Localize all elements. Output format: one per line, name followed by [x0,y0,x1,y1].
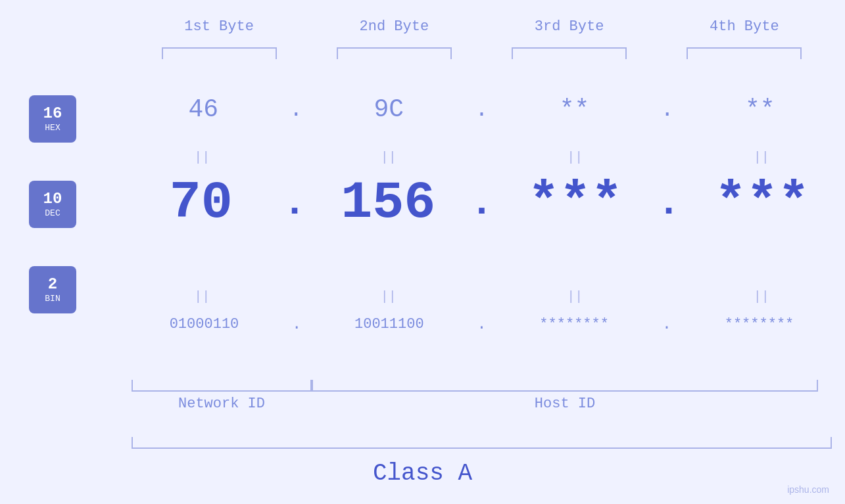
dec-badge: 10 DEC [29,181,76,228]
bin-badge-num: 2 [48,276,57,293]
eq2-b1: || [145,289,260,304]
eq2-b4: || [704,289,819,304]
byte1-header: 1st Byte [147,18,291,35]
main-container: 1st Byte 2nd Byte 3rd Byte 4th Byte 16 H… [0,0,845,504]
watermark: ipshu.com [787,484,829,495]
hex-b4: ** [702,95,817,124]
dec-row: 70 . 156 . *** . *** [132,173,832,233]
bin-b3: ******** [517,316,632,332]
network-bracket-line [132,380,312,392]
dec-dot-1: . [283,181,306,225]
top-bracket-row [132,47,832,59]
hex-b1: 46 [146,95,261,124]
bracket-byte2 [337,47,452,59]
eq1-b1: || [145,150,260,165]
bin-dot-1: . [292,315,301,333]
dec-b4: *** [705,173,820,233]
dec-badge-label: DEC [45,208,60,218]
bracket-byte4 [687,47,802,59]
bin-badge-label: BIN [45,294,60,304]
bin-b1: 01000110 [147,316,262,332]
badge-column: 16 HEX 10 DEC 2 BIN [29,95,76,313]
bin-dot-3: . [662,315,671,333]
byte4-header: 4th Byte [672,18,817,35]
hex-row: 46 . 9C . ** . ** [132,95,832,124]
bin-row: 01000110 . 10011100 . ******** . *******… [132,315,832,333]
hex-dot-2: . [475,97,488,122]
eq1-b2: || [331,150,446,165]
hex-badge-num: 16 [43,105,62,122]
eq2-b3: || [518,289,633,304]
dec-badge-num: 10 [43,191,62,208]
bin-badge: 2 BIN [29,266,76,313]
bin-b4: ******** [702,316,817,332]
equals-row-1: || || || || [132,150,832,165]
byte3-header: 3rd Byte [497,18,642,35]
host-bracket-line [312,380,818,392]
hex-dot-1: . [289,97,302,122]
hex-b3: ** [517,95,632,124]
host-id-bracket: Host ID [312,380,818,412]
hex-badge-label: HEX [45,123,60,133]
class-label: Class A [0,460,845,487]
host-id-label: Host ID [312,396,818,412]
byte-headers: 1st Byte 2nd Byte 3rd Byte 4th Byte [132,18,832,35]
bin-b2: 10011100 [331,316,447,332]
hex-dot-3: . [660,97,673,122]
eq1-b4: || [704,150,819,165]
dec-b3: *** [518,173,633,233]
hex-badge: 16 HEX [29,95,76,143]
equals-row-2: || || || || [132,289,832,304]
network-id-label: Network ID [132,396,312,412]
byte2-header: 2nd Byte [322,18,466,35]
bracket-byte1 [162,47,277,59]
class-bracket-line [132,437,832,449]
dec-b1: 70 [143,173,258,233]
eq2-b2: || [331,289,446,304]
bracket-byte3 [512,47,627,59]
hex-b2: 9C [331,95,447,124]
dec-dot-2: . [470,181,493,225]
network-id-bracket: Network ID [132,380,312,412]
dec-dot-3: . [657,181,681,225]
dec-b2: 156 [331,173,446,233]
eq1-b3: || [518,150,633,165]
bin-dot-2: . [477,315,486,333]
